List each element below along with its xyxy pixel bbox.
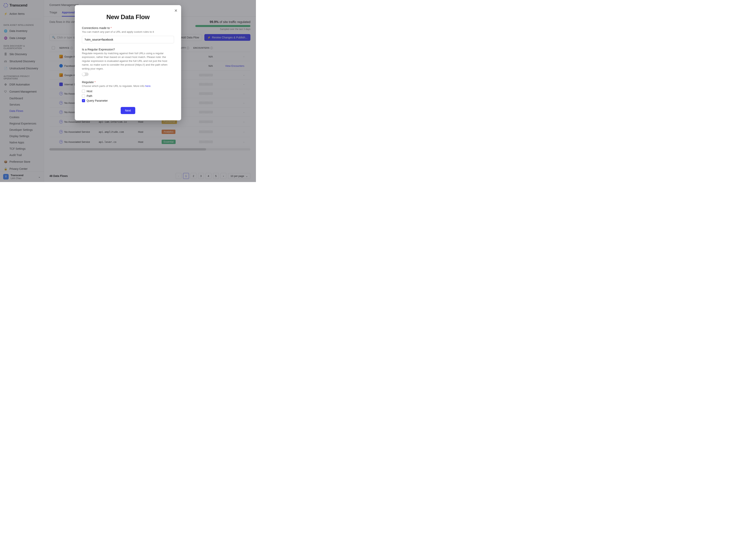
more-info-link[interactable]: here (145, 84, 150, 87)
regex-toggle[interactable] (82, 73, 89, 76)
next-button[interactable]: Next (121, 107, 135, 114)
close-button[interactable]: ✕ (174, 8, 178, 13)
regulate-label: Regulate (82, 81, 94, 84)
regex-label: Is a Regular Expression? (82, 48, 174, 51)
option-label: Query Parameter (87, 99, 108, 102)
option-label: Path (87, 94, 92, 97)
regulate-option[interactable]: Host (82, 90, 174, 93)
checkbox[interactable] (82, 94, 85, 97)
modal-title: New Data Flow (82, 13, 174, 21)
regulate-option[interactable]: ✓Query Parameter (82, 99, 174, 102)
connections-label: Connections made to (82, 26, 110, 29)
option-label: Host (87, 90, 92, 93)
regex-help: Regulate requests by matching against th… (82, 51, 174, 71)
connections-help: You can match any part of a URL and appl… (82, 30, 174, 34)
modal-overlay[interactable]: ✕ New Data Flow Connections made to * Yo… (0, 0, 256, 182)
regulate-help: Choose which parts of the URL to regulat… (82, 84, 174, 88)
close-icon: ✕ (174, 9, 178, 13)
connections-input[interactable] (82, 36, 174, 43)
checkbox[interactable]: ✓ (82, 99, 85, 102)
new-data-flow-modal: ✕ New Data Flow Connections made to * Yo… (75, 5, 181, 120)
regulate-option[interactable]: Path (82, 94, 174, 97)
checkbox[interactable] (82, 90, 85, 93)
